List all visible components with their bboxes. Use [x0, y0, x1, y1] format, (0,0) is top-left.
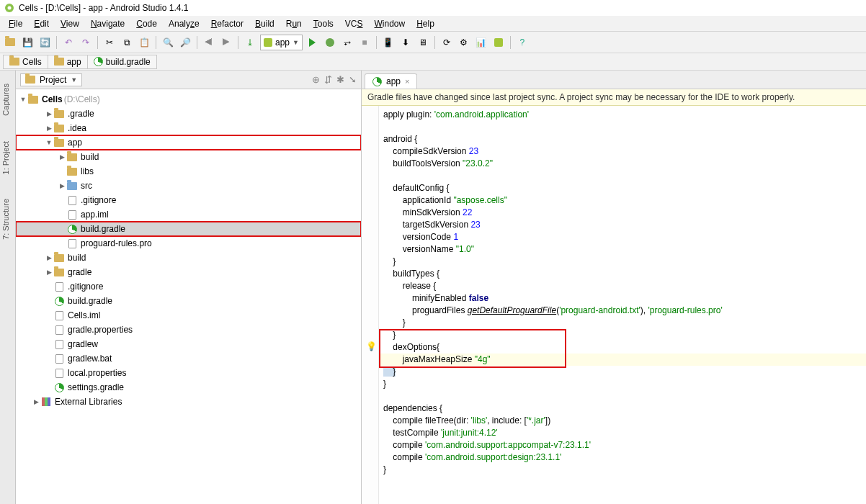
project-view-combo[interactable]: Project ▼	[20, 73, 82, 86]
run-button[interactable]	[305, 35, 320, 50]
editor-panel: app × Gradle files have changed since la…	[362, 71, 866, 504]
crumb-root[interactable]: Cells	[3, 55, 48, 69]
tree-label: .gitignore	[81, 195, 116, 205]
expand-icon[interactable]: ▼	[19, 96, 27, 103]
expand-icon[interactable]: ▶	[45, 110, 53, 117]
expand-icon[interactable]: ▶	[45, 125, 53, 132]
tree-row[interactable]: ▶build	[16, 251, 361, 265]
replace-button[interactable]: 🔎	[178, 35, 192, 50]
run-config-combo[interactable]: app ▼	[260, 35, 303, 50]
collapse-all-icon[interactable]: ⇵	[324, 74, 332, 85]
hide-icon[interactable]: ➘	[349, 74, 357, 85]
ddms-button[interactable]: 🖥	[416, 35, 430, 50]
tree-row[interactable]: build.gradle	[16, 294, 361, 308]
gradle-sync-button[interactable]: ⟳	[439, 35, 454, 50]
tree-row[interactable]: .gitignore	[16, 193, 361, 207]
tree-row[interactable]: gradlew.bat	[16, 351, 361, 366]
expand-icon[interactable]: ▶	[58, 153, 66, 161]
menu-tools[interactable]: Tools	[308, 17, 339, 30]
tree-row[interactable]: ▶.idea	[16, 121, 361, 135]
menu-refactor[interactable]: Refactor	[205, 17, 249, 30]
tree-row[interactable]: settings.gradle	[16, 380, 361, 395]
stop-button[interactable]: ■	[357, 35, 372, 50]
tree-row[interactable]: build.gradle	[16, 222, 361, 236]
expand-icon[interactable]: ▼	[45, 139, 53, 146]
folder-icon	[67, 182, 77, 190]
expand-icon[interactable]: ▶	[45, 269, 53, 276]
window-titlebar: Cells - [D:\Cells] - app - Android Studi…	[0, 0, 866, 16]
tree-row-root[interactable]: ▼ Cells (D:\Cells)	[16, 92, 361, 107]
tree-row[interactable]: gradle.properties	[16, 323, 361, 337]
tree-row[interactable]: .gitignore	[16, 279, 361, 294]
folder-icon	[9, 58, 19, 66]
tree-row[interactable]: ▶build	[16, 150, 361, 164]
attach-debugger-button[interactable]: ⥅	[340, 35, 354, 50]
tree-row[interactable]: ▶.gradle	[16, 107, 361, 121]
close-icon[interactable]: ×	[405, 77, 409, 86]
nav-breadcrumbs: Cells app build.gradle	[0, 53, 866, 71]
tree-row[interactable]: proguard-rules.pro	[16, 236, 361, 251]
project-tree[interactable]: ▼ Cells (D:\Cells) ▶.gradle▶.idea▼app▶bu…	[16, 89, 361, 504]
menu-code[interactable]: Code	[130, 17, 163, 30]
sdk-manager-button[interactable]: ⬇	[398, 35, 413, 50]
menu-build[interactable]: Build	[249, 17, 280, 30]
tree-row[interactable]: ▶External Libraries	[16, 395, 361, 409]
sync-banner[interactable]: Gradle files have changed since last pro…	[362, 89, 866, 106]
tree-row[interactable]: ▶src	[16, 179, 361, 193]
tree-row[interactable]: gradlew	[16, 337, 361, 351]
menu-view[interactable]: View	[55, 17, 85, 30]
gear-icon[interactable]: ✱	[336, 74, 344, 85]
tab-project[interactable]: 1: Project	[0, 135, 12, 180]
copy-button[interactable]: ⧉	[120, 35, 134, 50]
app-icon	[4, 3, 14, 13]
android-device-button[interactable]	[491, 35, 506, 50]
forward-button[interactable]: ⯈	[219, 35, 233, 50]
cut-button[interactable]: ✂	[102, 35, 117, 50]
tree-row[interactable]: Cells.iml	[16, 308, 361, 323]
file-icon	[55, 325, 63, 335]
crumb-file[interactable]: build.gradle	[87, 55, 157, 69]
tab-captures[interactable]: Captures	[0, 78, 12, 122]
crumb-module[interactable]: app	[48, 55, 88, 69]
menu-vcs[interactable]: VCS	[339, 17, 369, 30]
project-view-value: Project	[40, 75, 66, 85]
debug-button[interactable]	[323, 35, 337, 50]
menu-analyze[interactable]: Analyze	[163, 17, 205, 30]
redo-button[interactable]: ↷	[79, 35, 93, 50]
sync-button[interactable]: 🔄	[37, 35, 52, 50]
expand-icon[interactable]: ▶	[45, 254, 53, 261]
find-button[interactable]: 🔍	[161, 35, 175, 50]
tree-label: gradle.properties	[68, 325, 133, 335]
editor-tab-app[interactable]: app ×	[365, 73, 417, 89]
tree-row[interactable]: local.properties	[16, 366, 361, 380]
tree-row[interactable]: ▶gradle	[16, 265, 361, 279]
open-button[interactable]	[3, 35, 17, 50]
code-area[interactable]: apply plugin: 'com.android.application' …	[362, 106, 866, 479]
expand-icon[interactable]: ▶	[58, 182, 66, 189]
scroll-from-source-icon[interactable]: ⊕	[312, 74, 320, 85]
folder-icon	[28, 96, 38, 104]
make-button[interactable]: ⤓	[243, 35, 257, 50]
tab-structure[interactable]: 7: Structure	[0, 193, 12, 246]
menu-window[interactable]: Window	[368, 17, 411, 30]
android-monitor-button[interactable]: 📊	[474, 35, 488, 50]
menu-edit[interactable]: Edit	[28, 17, 55, 30]
back-button[interactable]: ⯇	[202, 35, 216, 50]
avd-manager-button[interactable]: 📱	[381, 35, 396, 50]
paste-button[interactable]: 📋	[137, 35, 151, 50]
folder-icon	[54, 254, 64, 262]
menu-navigate[interactable]: Navigate	[85, 17, 130, 30]
menu-file[interactable]: File	[3, 17, 28, 30]
help-button[interactable]: ?	[515, 35, 530, 50]
save-button[interactable]: 💾	[20, 35, 35, 50]
project-structure-button[interactable]: ⚙	[457, 35, 471, 50]
undo-button[interactable]: ↶	[61, 35, 76, 50]
tree-label: gradlew.bat	[68, 354, 112, 364]
code-editor[interactable]: 💡 apply plugin: 'com.android.application…	[362, 106, 866, 504]
expand-icon[interactable]: ▶	[32, 398, 40, 405]
tree-row[interactable]: app.iml	[16, 207, 361, 222]
menu-help[interactable]: Help	[411, 17, 440, 30]
tree-row[interactable]: libs	[16, 164, 361, 179]
menu-run[interactable]: Run	[280, 17, 308, 30]
tree-row[interactable]: ▼app	[16, 135, 361, 150]
